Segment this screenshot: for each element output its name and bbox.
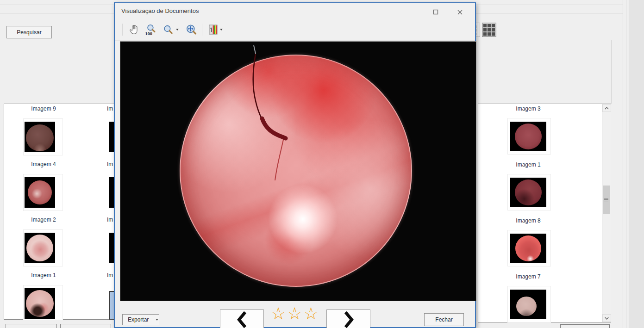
partial-bottom-button[interactable] xyxy=(560,324,610,328)
thumbnail-image[interactable] xyxy=(25,288,55,319)
thumbnail-image[interactable] xyxy=(25,122,55,152)
thumbnail-image[interactable] xyxy=(510,178,546,207)
endoscopy-thumb-circle xyxy=(515,179,542,205)
thumbnail-label: Imagem 1 xyxy=(498,161,558,168)
instrument-overlay xyxy=(120,42,476,301)
scrollbar-thumb[interactable] xyxy=(603,186,610,214)
dialog-titlebar[interactable]: Visualização de Documentos xyxy=(115,3,475,19)
window-edge xyxy=(623,0,623,328)
dialog-toolbar: 100 xyxy=(115,19,475,41)
groupbox-edge xyxy=(477,40,611,40)
previous-image-button[interactable] xyxy=(220,309,264,328)
endoscopy-thumb-circle xyxy=(516,297,537,316)
document-image-viewport xyxy=(120,42,476,301)
right-gutter xyxy=(629,0,644,328)
maximize-button[interactable] xyxy=(430,6,442,18)
document-viewer-dialog: Visualização de Documentos xyxy=(114,2,476,328)
zoom-100-button[interactable]: 100 xyxy=(144,23,158,37)
toolbar-separator xyxy=(122,24,123,36)
thumbnail-label: Imagem 8 xyxy=(498,217,558,224)
export-label: Exportar xyxy=(128,316,149,323)
thumbnail-image[interactable] xyxy=(25,233,55,263)
dropdown-caret-icon xyxy=(156,319,158,321)
export-dropdown-button[interactable]: Exportar xyxy=(122,314,159,325)
chevron-down-icon xyxy=(605,317,609,320)
thumbnail-label: Imagem 9 xyxy=(13,105,74,112)
next-icon xyxy=(342,311,356,328)
groupbox-edge xyxy=(611,40,612,104)
application-window: Pesquisar Imagem 9 Imagem 4 Imagem 2 Ima… xyxy=(0,0,644,328)
thumbnail-image[interactable] xyxy=(25,177,55,208)
zoom-pan-button[interactable] xyxy=(183,23,199,37)
endoscopy-thumb-circle xyxy=(28,180,52,204)
endoscopy-thumb-circle xyxy=(515,124,542,149)
dropdown-caret-icon xyxy=(220,29,223,31)
star-rating[interactable]: ☆☆☆ xyxy=(271,304,317,323)
chevron-up-icon xyxy=(605,107,609,110)
thumbnail-scrollbar[interactable] xyxy=(602,104,611,322)
thumbnail-label: Imagem 7 xyxy=(498,273,558,280)
partial-bottom-button[interactable] xyxy=(60,324,111,328)
endoscopy-thumb-circle xyxy=(515,235,541,261)
magnifier-icon xyxy=(163,24,174,36)
right-thumbnail-panel: Imagem 3 Imagem 1 Imagem 8 Imagem 7 xyxy=(478,104,611,322)
window-edge xyxy=(626,0,626,328)
close-dialog-label: Fechar xyxy=(435,316,452,323)
search-button[interactable]: Pesquisar xyxy=(6,26,52,38)
toolbar-separator xyxy=(202,24,202,36)
dropdown-caret-icon xyxy=(176,29,179,31)
endoscopy-thumb-circle xyxy=(26,235,53,261)
thumbnail-label: Imagem 1 xyxy=(13,272,74,278)
thumbnail-label: Imagem 3 xyxy=(498,105,558,112)
hand-icon xyxy=(129,24,140,36)
grid-view-button[interactable] xyxy=(482,23,496,37)
close-dialog-button[interactable]: Fechar xyxy=(424,313,464,326)
scroll-down-button[interactable] xyxy=(602,314,611,322)
endoscopy-thumb-circle xyxy=(26,290,54,317)
thumbnail-image[interactable] xyxy=(510,290,546,319)
maximize-icon xyxy=(433,9,438,15)
thumbnail-image[interactable] xyxy=(510,122,546,151)
thumbnail-image[interactable] xyxy=(510,234,546,263)
pan-tool-button[interactable] xyxy=(127,23,142,37)
zoom-select-button[interactable] xyxy=(161,23,180,37)
color-adjust-button[interactable] xyxy=(206,23,225,37)
grid-icon xyxy=(483,24,487,27)
close-icon xyxy=(457,9,463,15)
previous-icon xyxy=(235,311,249,328)
color-levels-icon xyxy=(209,24,218,35)
dialog-footer: Exportar ☆☆☆ Fechar xyxy=(115,301,475,328)
panel-edge xyxy=(3,13,3,328)
thumbnail-label: Imagem 4 xyxy=(13,161,74,167)
svg-text:100: 100 xyxy=(145,31,152,36)
dialog-title: Visualização de Documentos xyxy=(121,7,199,14)
scroll-up-button[interactable] xyxy=(602,104,611,112)
zoom-pan-icon xyxy=(185,24,198,36)
scrollbar-grip-icon xyxy=(604,198,608,202)
search-button-label: Pesquisar xyxy=(17,29,41,36)
next-image-button[interactable] xyxy=(326,309,370,328)
endoscopy-thumb-circle xyxy=(26,124,54,151)
close-button[interactable] xyxy=(454,6,466,18)
zoom-100-icon: 100 xyxy=(145,24,157,36)
partial-bottom-button[interactable] xyxy=(6,324,57,328)
thumbnail-label: Imagem 2 xyxy=(13,217,74,223)
